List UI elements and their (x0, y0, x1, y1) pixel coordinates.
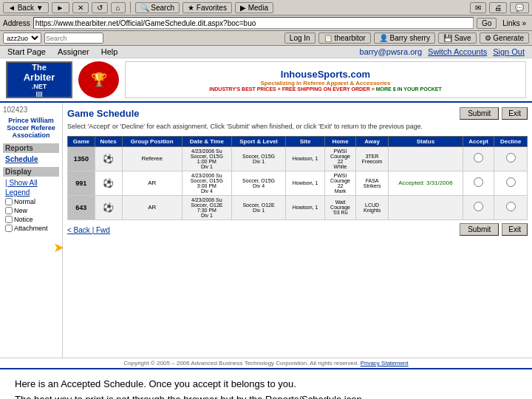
exit-button-bottom[interactable]: Exit (502, 223, 528, 236)
col-notes: Notes (95, 136, 122, 146)
col-decline: Decline (494, 136, 528, 146)
mail-button[interactable]: ✉ (470, 2, 486, 13)
col-group-position: Group Position (122, 136, 182, 146)
status-2: Accepted: 3/31/2006 (388, 171, 463, 195)
position-3: AR (122, 195, 182, 219)
sidebar-legend[interactable]: Legend (3, 188, 59, 197)
away-2: FASAStrikers (356, 171, 389, 195)
assoc-name: Prince William Soccer Referee Associatio… (3, 117, 59, 139)
datetime-1: 4/23/2006 SuSoccer, O15G1:00 PMDiv 1 (182, 146, 231, 171)
exit-button[interactable]: Exit (502, 107, 528, 120)
attachment-label: Attachment (14, 225, 48, 232)
go-button[interactable]: Go (477, 18, 497, 29)
table-row: 643 ⚽ AR 4/23/2006 SuSoccer, O12E7:30 PM… (68, 195, 528, 219)
inhouse-sub: Specializing in Referee Apparel & Access… (261, 80, 391, 86)
site-2: Howison, 1 (286, 171, 324, 195)
home-2: PWSICourage22Mark (324, 171, 356, 195)
print-button[interactable]: 🖨 (489, 2, 507, 13)
checkbox-new: New (3, 206, 59, 215)
site-nav: Start Page Assigner Help barry@pwsra.org… (0, 46, 532, 58)
col-away: Away (356, 136, 389, 146)
table-row: 991 ⚽ AR 4/23/2006 SuSoccer, O15G3:00 PM… (68, 171, 528, 195)
address-input[interactable] (33, 17, 474, 29)
accept-radio-2[interactable] (474, 177, 483, 187)
header-logos: The Arbiter .NET |||| 🏆 InhouseSports.co… (0, 58, 532, 103)
search-input[interactable] (44, 33, 103, 44)
new-checkbox[interactable] (5, 207, 13, 214)
inhouse-tagline: INDUSTRY'S BEST PRICES + FREE SHIPPING O… (209, 86, 441, 92)
accept-3 (463, 195, 494, 219)
arrow-indicator: ➤ (53, 239, 64, 256)
submit-button[interactable]: Submit (460, 107, 499, 120)
submit-button-bottom[interactable]: Submit (460, 223, 499, 236)
back-button[interactable]: ◄ Back ▼ (3, 2, 49, 13)
status-1 (388, 146, 463, 171)
home-3: WaitCourage'03 Ru (324, 195, 356, 219)
col-home: Home (324, 136, 356, 146)
nav-help[interactable]: Help (101, 47, 118, 56)
caption-area: Here is an Accepted Schedule. Once you a… (0, 368, 532, 399)
sign-out-link[interactable]: Sign Out (493, 47, 525, 56)
notice-checkbox[interactable] (5, 216, 13, 223)
col-accept: Accept (463, 136, 494, 146)
refresh-button[interactable]: ↺ (92, 2, 108, 13)
schedule-header: Game Schedule Submit Exit (67, 107, 528, 120)
notes-1: ⚽ (95, 146, 122, 171)
checkbox-notice: Notice (3, 215, 59, 224)
attachment-checkbox[interactable] (5, 225, 13, 232)
sidebar: 102423 Prince William Soccer Referee Ass… (0, 103, 63, 358)
game-id-3: 643 (68, 195, 95, 219)
decline-3 (494, 195, 528, 219)
notice-label: Notice (14, 216, 33, 223)
privacy-link[interactable]: Privacy Statement (361, 360, 409, 366)
nav-assigner[interactable]: Assigner (58, 47, 89, 56)
search-button[interactable]: 🔍 Search (135, 2, 180, 13)
save-btn[interactable]: 💾 Save (438, 33, 477, 44)
home-button[interactable]: ⌂ (111, 2, 126, 13)
browser-toolbar: ◄ Back ▼ ► ✕ ↺ ⌂ 🔍 Search ★ Favorites ▶ … (0, 0, 532, 16)
away-1: 3TERFreecom (356, 146, 389, 171)
stop-button[interactable]: ✕ (72, 2, 89, 13)
game-id-1: 1350 (68, 146, 95, 171)
switch-accounts-link[interactable]: Switch Accounts (428, 47, 487, 56)
position-2: AR (122, 171, 182, 195)
site-1: Howison, 1 (286, 146, 324, 171)
position-1: Referee (122, 146, 182, 171)
col-status: Status (388, 136, 463, 146)
discuss-button[interactable]: 💬 (510, 2, 529, 13)
checkbox-attachment: Attachment (3, 224, 59, 233)
main-area: ➤ 102423 Prince William Soccer Referee A… (0, 103, 532, 358)
inhouse-logo: InhouseSports.com Specializing in Refere… (125, 61, 526, 98)
decline-radio-1[interactable] (506, 153, 516, 163)
sidebar-schedule[interactable]: Schedule (3, 154, 59, 164)
address-bar: Address Go Links » (0, 16, 532, 31)
arbiter-logo: The Arbiter .NET |||| (6, 61, 72, 98)
reports-section: Reports (3, 143, 59, 153)
login-btn[interactable]: Log In (284, 33, 316, 44)
sidebar-show-all[interactable]: | Show All (3, 178, 59, 188)
back-fwd-link[interactable]: < Back | Fwd (67, 226, 110, 236)
media-button[interactable]: ▶ Media (235, 2, 273, 13)
decline-radio-2[interactable] (506, 177, 516, 187)
display-section: Display (3, 167, 59, 177)
accept-radio-3[interactable] (474, 202, 483, 211)
barry-btn[interactable]: 👤 Barry sherry (374, 33, 435, 44)
forward-button[interactable]: ► (52, 2, 69, 13)
footer-copyright: Copyright © 2005 – 2006 Advanced Busines… (0, 358, 532, 368)
away-3: LCUDKnights (356, 195, 389, 219)
thearbitor-btn[interactable]: 📋 thearbitor (318, 33, 371, 44)
user-id: 102423 (3, 106, 59, 114)
datetime-3: 4/23/2006 SuSoccer, O12E7:30 PMDiv 1 (182, 195, 231, 219)
generate-btn[interactable]: ⚙ Generate (480, 33, 529, 44)
address-label: Address (3, 19, 30, 27)
col-sport-level: Sport & Level (231, 136, 286, 146)
datetime-2: 4/23/2006 SuSoccer, O15G3:00 PMDiv 4 (182, 171, 231, 195)
favorites-button[interactable]: ★ Favorites (183, 2, 232, 13)
sport-3: Soccer, O12EDiv 1 (231, 195, 286, 219)
account-select[interactable]: azz2uo (3, 33, 41, 44)
normal-checkbox[interactable] (5, 198, 13, 205)
decline-radio-3[interactable] (506, 202, 516, 211)
nav-start-page[interactable]: Start Page (7, 47, 46, 56)
accept-radio-1[interactable] (474, 153, 483, 163)
sport-2: Soccer, O15GDiv 4 (231, 171, 286, 195)
